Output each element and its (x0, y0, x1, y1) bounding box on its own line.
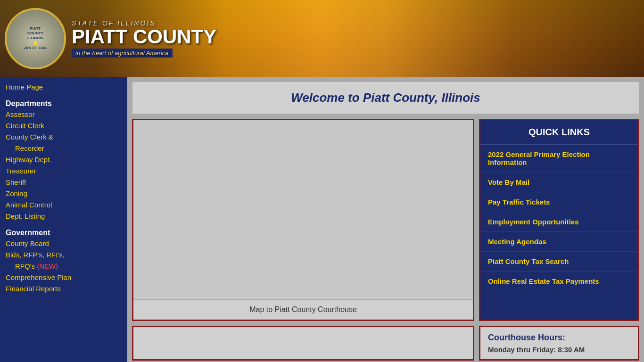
sidebar-item-home[interactable]: Home Page (6, 82, 122, 93)
county-seal: PIATTCOUNTYILLINOIS⭐JAN 27, 1841 (5, 8, 66, 69)
sidebar-item-sheriff[interactable]: Sheriff (6, 177, 122, 188)
quick-links-panel: QUICK LINKS 2022 General Primary Electio… (479, 119, 639, 321)
sidebar-item-dept-listing[interactable]: Dept. Listing (6, 211, 122, 222)
courthouse-hours-panel: Courthouse Hours: Monday thru Friday: 8:… (479, 326, 639, 361)
courthouse-hours-text: Monday thru Friday: 8:30 AM (488, 346, 630, 354)
map-section: Map to Piatt County Courthouse (132, 119, 474, 321)
sidebar-item-circuit-clerk[interactable]: Circuit Clerk (6, 120, 122, 132)
courthouse-hours-title: Courthouse Hours: (488, 333, 630, 343)
map-label: Map to Piatt County Courthouse (133, 299, 473, 320)
sidebar-item-assessor[interactable]: Assessor (6, 109, 122, 120)
sidebar-item-rfq-new[interactable]: (NEW) (37, 261, 58, 272)
sidebar-item-bids[interactable]: Bids, RFP's, RFI's, (6, 249, 122, 261)
header-logo: PIATTCOUNTYILLINOIS⭐JAN 27, 1841 STATE O… (0, 8, 216, 69)
sidebar-item-highway[interactable]: Highway Dept. (6, 154, 122, 165)
sidebar: Home Page Departments Assessor Circuit C… (0, 77, 127, 362)
sidebar-item-comprehensive-plan[interactable]: Comprehensive Plan (6, 272, 122, 283)
quick-links-title: QUICK LINKS (480, 120, 638, 145)
sidebar-item-recorder[interactable]: Recorder (6, 143, 122, 154)
sidebar-item-zoning[interactable]: Zoning (6, 188, 122, 199)
main-content: Welcome to Piatt County, Illinois Map to… (127, 77, 644, 362)
logo-text-block: STATE OF ILLINOIS PIATT COUNTY in the he… (72, 19, 216, 58)
sidebar-item-treasurer[interactable]: Treasurer (6, 165, 122, 177)
quick-link-vote-by-mail[interactable]: Vote By Mail (480, 173, 638, 192)
main-wrapper: Home Page Departments Assessor Circuit C… (0, 77, 644, 362)
county-tagline: in the heart of agricultural America (72, 49, 173, 58)
sidebar-item-animal-control[interactable]: Animal Control (6, 199, 122, 211)
sidebar-item-rfq[interactable]: RFQ's (15, 261, 37, 272)
quick-link-meeting-agendas[interactable]: Meeting Agendas (480, 232, 638, 252)
two-column-section: Map to Piatt County Courthouse QUICK LIN… (132, 119, 639, 321)
quick-link-employment[interactable]: Employment Opportunities (480, 212, 638, 232)
quick-link-real-estate-tax[interactable]: Online Real Estate Tax Payments (480, 272, 638, 291)
sidebar-item-financial-reports[interactable]: Financial Reports (6, 283, 122, 295)
sidebar-item-county-board[interactable]: County Board (6, 238, 122, 249)
page-header: PIATTCOUNTYILLINOIS⭐JAN 27, 1841 STATE O… (0, 0, 644, 77)
county-name: PIATT COUNTY (72, 27, 216, 47)
quick-link-tax-search[interactable]: Piatt County Tax Search (480, 252, 638, 272)
map-image (133, 120, 473, 299)
sidebar-section-departments: Departments (6, 99, 122, 108)
welcome-box: Welcome to Piatt County, Illinois (132, 82, 639, 114)
seal-text: PIATTCOUNTYILLINOIS⭐JAN 27, 1841 (24, 26, 47, 51)
welcome-title: Welcome to Piatt County, Illinois (141, 90, 630, 105)
bottom-section: Courthouse Hours: Monday thru Friday: 8:… (132, 326, 639, 361)
quick-link-traffic-tickets[interactable]: Pay Traffic Tickets (480, 192, 638, 212)
map-bottom-placeholder (132, 326, 474, 361)
sidebar-item-county-clerk[interactable]: County Clerk & (6, 132, 122, 143)
sidebar-section-government: Government (6, 229, 122, 237)
quick-link-election[interactable]: 2022 General Primary Election Informatio… (480, 145, 638, 173)
